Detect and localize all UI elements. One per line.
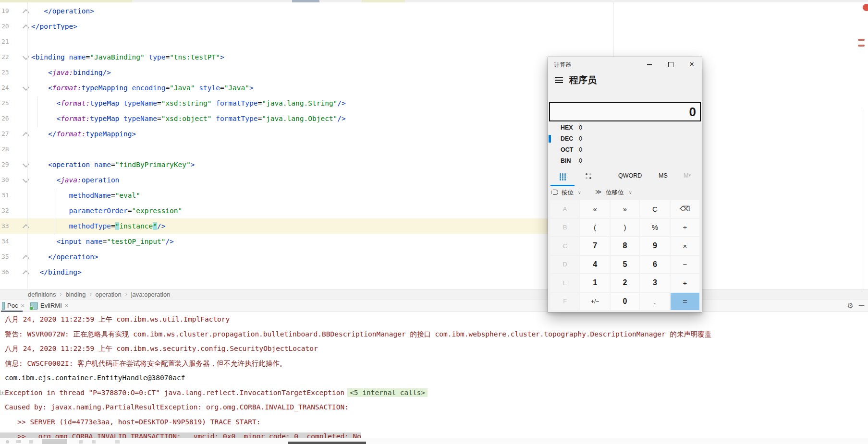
gear-icon[interactable]: ⚙	[847, 301, 854, 310]
calculator-titlebar[interactable]: 计算器 ×	[548, 57, 702, 72]
calc-key-equals[interactable]: =	[671, 293, 699, 311]
tab-label: Poc	[7, 302, 18, 309]
tab-poc[interactable]: Poc×	[0, 300, 28, 312]
tab-evilrmi[interactable]: EvilRMI×	[28, 300, 72, 312]
calc-key-add[interactable]: +	[671, 274, 699, 292]
fold-marker-icon[interactable]	[23, 132, 29, 139]
folded-frames-chip[interactable]: <5 internal calls>	[347, 388, 428, 397]
maximize-button[interactable]	[660, 57, 681, 72]
calc-key-backspace[interactable]: ⌫	[671, 200, 699, 218]
calc-key-6[interactable]: 6	[640, 256, 669, 274]
calc-key-3[interactable]: 3	[640, 274, 669, 292]
bitshift-dropdown[interactable]: 位移位	[606, 189, 624, 197]
code-line: 24 <format:typeMapping encoding="Java" s…	[0, 80, 613, 96]
fold-marker-icon[interactable]	[23, 255, 29, 262]
expand-fold-icon[interactable]: +	[0, 390, 5, 395]
calc-key-0[interactable]: 0	[611, 293, 639, 311]
breadcrumb-item-operation[interactable]: operation	[95, 291, 121, 298]
code-line: 23 <java:binding/>	[0, 65, 613, 80]
calc-key-percent[interactable]: %	[640, 219, 669, 237]
line-number: 30	[1, 172, 9, 188]
close-tab-icon[interactable]: ×	[21, 302, 24, 309]
close-tab-icon[interactable]: ×	[65, 302, 69, 309]
scrollbar-track[interactable]	[862, 110, 862, 289]
console-output: 八月 24, 2020 11:22:59 上午 com.ibm.ws.util.…	[0, 312, 868, 438]
console-text: >> SERVER (id=4773e3aa, host=DESKTOP-N9P…	[5, 418, 261, 426]
radix-row-oct[interactable]: OCT0	[548, 144, 702, 156]
breadcrumb-item-binding[interactable]: binding	[66, 291, 86, 298]
calc-key-8[interactable]: 8	[611, 237, 639, 255]
calc-key-multiply[interactable]: ×	[671, 237, 699, 255]
code-line: 35 </operation>	[0, 249, 613, 264]
fold-marker-icon[interactable]	[23, 9, 29, 16]
console-line: 八月 24, 2020 11:22:59 上午 com.ibm.ws.util.…	[0, 312, 868, 327]
code-line: 27 </format:typeMapping>	[0, 126, 613, 142]
fold-marker-icon[interactable]	[23, 161, 29, 168]
fold-marker-icon[interactable]	[23, 84, 29, 91]
radix-row-bin[interactable]: BIN0	[548, 156, 702, 167]
calculator-window: 计算器 × 程序员 0 HEX0DEC0OCT0BIN0 QWORD MS M▾…	[548, 57, 702, 312]
close-button[interactable]: ×	[682, 57, 702, 72]
radix-row-dec[interactable]: DEC0	[548, 133, 702, 144]
calc-key-4[interactable]: 4	[580, 256, 609, 274]
calc-key-hex-f[interactable]: F	[550, 293, 579, 311]
calc-key-clear[interactable]: C	[640, 200, 669, 218]
calc-key-2[interactable]: 2	[611, 274, 639, 292]
calc-key-decimal[interactable]: .	[640, 293, 669, 311]
bitwise-dropdown[interactable]: 按位	[562, 189, 574, 197]
tab-label: EvilRMI	[40, 302, 62, 309]
calc-key-hex-c[interactable]: C	[550, 237, 579, 255]
fold-marker-icon[interactable]	[23, 224, 29, 231]
calc-key-1[interactable]: 1	[580, 274, 609, 292]
calc-key-5[interactable]: 5	[611, 256, 639, 274]
memory-store-button[interactable]: MS	[655, 170, 672, 181]
breadcrumb-item-java-operation[interactable]: java:operation	[131, 291, 171, 298]
chevron-down-icon: ∨	[629, 190, 632, 195]
hide-panel-icon[interactable]: ─	[859, 301, 864, 310]
calc-key-9[interactable]: 9	[640, 237, 669, 255]
bit-toggle-keypad-icon[interactable]	[585, 172, 594, 182]
maximize-icon	[668, 62, 673, 67]
calc-key-open-paren[interactable]: (	[580, 219, 609, 237]
full-keypad-toggle-icon[interactable]	[557, 172, 571, 182]
fold-marker-icon[interactable]	[23, 24, 29, 31]
breadcrumb-item-definitions[interactable]: definitions	[28, 291, 56, 298]
code-line: 29 <operation name="findByPrimaryKey">	[0, 157, 613, 172]
error-stripe-mark[interactable]	[858, 45, 865, 47]
radix-panel: HEX0DEC0OCT0BIN0	[548, 122, 702, 167]
calc-key-7[interactable]: 7	[580, 237, 609, 255]
radix-row-hex[interactable]: HEX0	[548, 122, 702, 133]
calc-key-hex-d[interactable]: D	[550, 256, 579, 274]
minimize-button[interactable]	[639, 57, 660, 72]
word-size-button[interactable]: QWORD	[614, 170, 646, 181]
calc-key-hex-e[interactable]: E	[550, 274, 579, 292]
code-text: <format:typeMapping encoding="Java" styl…	[31, 80, 254, 96]
calc-key-subtract[interactable]: −	[671, 256, 699, 274]
fold-marker-icon[interactable]	[23, 53, 29, 60]
calc-key-close-paren[interactable]: )	[611, 219, 639, 237]
line-number: 29	[1, 157, 9, 172]
gutter-separator	[27, 2, 28, 289]
calc-key-divide[interactable]: ÷	[671, 219, 699, 237]
calc-key-shift-left[interactable]: «	[580, 200, 609, 218]
console-text: com.ibm.ejs.container.EntityHandle@38070…	[5, 374, 185, 382]
console-line: 八月 24, 2020 11:22:59 上午 com.ibm.ws.secur…	[0, 341, 868, 356]
calculator-title: 计算器	[554, 61, 571, 69]
code-line: 30 <java:operation	[0, 172, 613, 188]
calc-key-shift-right[interactable]: »	[611, 200, 639, 218]
calc-key-hex-b[interactable]: B	[550, 219, 579, 237]
console-line: 警告: WSVR0072W: 正在忽略具有实现 com.ibm.ws.clust…	[0, 327, 868, 342]
memory-recall-button[interactable]: M▾	[681, 170, 694, 181]
error-stripe-mark[interactable]	[858, 39, 865, 41]
radix-value: 0	[579, 133, 582, 144]
calculator-menu-row: 程序员	[548, 72, 702, 89]
fold-marker-icon[interactable]	[23, 270, 29, 277]
radix-label: DEC	[561, 133, 573, 144]
calc-key-hex-a[interactable]: A	[550, 200, 579, 218]
fold-marker-icon[interactable]	[23, 176, 29, 183]
calc-key-negate[interactable]: +/−	[580, 293, 609, 311]
error-indicator-icon[interactable]	[863, 4, 868, 11]
hamburger-menu-icon[interactable]	[555, 77, 563, 84]
statusbar-icon	[6, 440, 9, 444]
console-text: 八月 24, 2020 11:22:59 上午 com.ibm.ws.util.…	[5, 315, 230, 323]
